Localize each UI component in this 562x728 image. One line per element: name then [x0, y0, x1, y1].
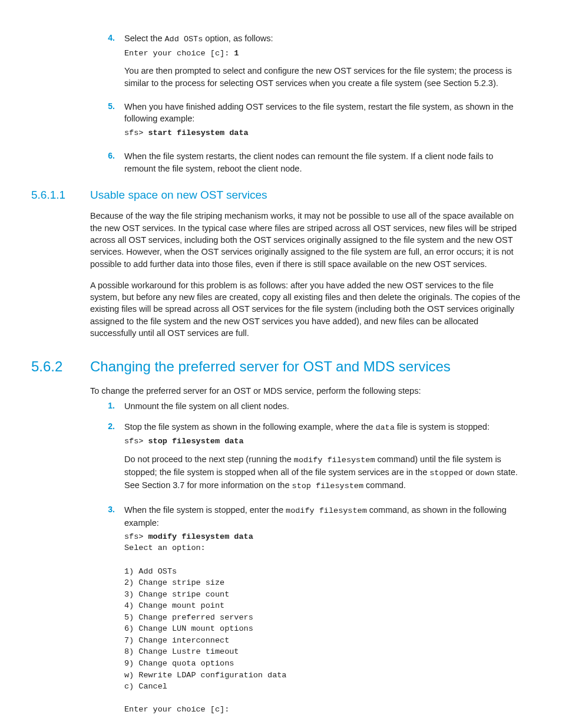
text: When you have finished adding OST servic… [124, 102, 514, 123]
text: file is system is stopped: [395, 422, 490, 431]
step-2: 2. Stop the file system as shown in the … [90, 421, 521, 496]
step-5: 5. When you have finished adding OST ser… [90, 101, 521, 142]
step-number: 5. [90, 101, 124, 142]
heading-title: Changing the preferred server for OST an… [90, 357, 521, 377]
step-number: 4. [90, 32, 124, 93]
inline-code: down [475, 469, 494, 477]
step-1: 1. Unmount the file system on all client… [90, 400, 521, 412]
text: Unmount the file system on all client no… [124, 401, 289, 411]
step-4: 4. Select the Add OSTs option, as follow… [90, 32, 521, 93]
heading-title: Usable space on new OST services [90, 187, 521, 203]
code-block: sfs> start filesystem data [124, 127, 521, 139]
paragraph: You are then prompted to select and conf… [124, 65, 521, 89]
text: Select the [124, 34, 165, 43]
paragraph: To change the preferred server for an OS… [90, 385, 521, 397]
heading-5-6-2: 5.6.2 Changing the preferred server for … [68, 357, 521, 377]
inline-code: Add OSTs [165, 35, 203, 44]
code-block: Enter your choice [c]: 1 [124, 48, 521, 60]
inline-code: stop filesystem [292, 482, 364, 490]
step-body: Unmount the file system on all client no… [124, 400, 521, 412]
text: When the file system is stopped, enter t… [124, 505, 286, 515]
step-number: 6. [90, 150, 124, 174]
inline-code: data [375, 423, 394, 432]
step-number: 1. [90, 400, 124, 412]
step-number: 3. [90, 504, 124, 719]
inline-code: modify filesystem [286, 506, 367, 515]
inline-code: modify filesystem [294, 456, 375, 465]
heading-number: 5.6.2 [31, 357, 90, 377]
text: When the file system restarts, the clien… [124, 151, 493, 173]
code-block: sfs> modify filesystem data Select an op… [124, 531, 521, 716]
step-body: Select the Add OSTs option, as follows: … [124, 32, 521, 93]
step-number: 2. [90, 421, 124, 496]
step-body: Stop the file system as shown in the fol… [124, 421, 521, 496]
heading-5-6-1-1: 5.6.1.1 Usable space on new OST services [68, 187, 521, 203]
text: Stop the file system as shown in the fol… [124, 422, 375, 431]
paragraph: Do not proceed to the next step (running… [124, 453, 521, 492]
inline-code: stopped [429, 469, 463, 477]
paragraph: Because of the way the file striping mec… [90, 210, 521, 269]
step-body: When the file system restarts, the clien… [124, 150, 521, 174]
step-6: 6. When the file system restarts, the cl… [90, 150, 521, 174]
text: option, as follows: [203, 34, 273, 43]
step-body: When the file system is stopped, enter t… [124, 504, 521, 719]
step-3: 3. When the file system is stopped, ente… [90, 504, 521, 719]
paragraph: A possible workaround for this problem i… [90, 279, 521, 339]
heading-number: 5.6.1.1 [31, 187, 90, 203]
code-block: sfs> stop filesystem data [124, 436, 521, 447]
step-body: When you have finished adding OST servic… [124, 101, 521, 142]
